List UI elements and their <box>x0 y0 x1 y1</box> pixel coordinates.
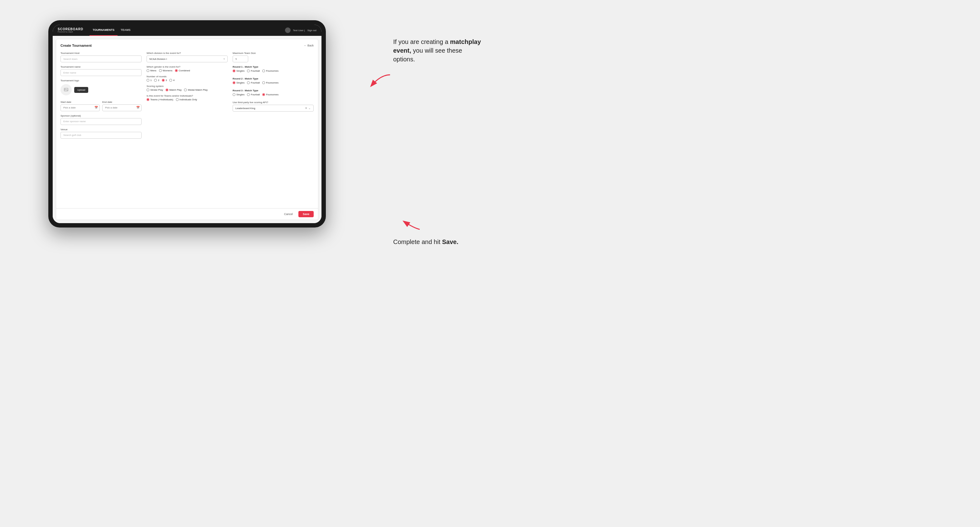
end-date-label: End date <box>102 101 112 103</box>
brand-subtitle: Powered by clippit <box>58 31 83 33</box>
event-teams-radio[interactable] <box>146 98 150 101</box>
scoring-stroke-radio[interactable] <box>146 89 150 91</box>
gender-womens-label: Womens <box>163 69 172 72</box>
form-col-2: Which division is the event for? NCAA Di… <box>146 52 228 139</box>
tournament-logo-group: Tournament logo Upload <box>60 79 142 95</box>
gender-combined[interactable]: Combined <box>175 69 190 72</box>
round2-fourball[interactable]: Fourball <box>247 81 260 84</box>
signout-link[interactable]: Sign out <box>307 29 317 32</box>
round1-singles[interactable]: Singles <box>232 70 245 72</box>
division-label: Which division is the event for? <box>146 52 228 54</box>
tablet-screen: SCOREBOARD Powered by clippit TOURNAMENT… <box>53 25 321 223</box>
event-type-group: Is this event for Teams and/or Individua… <box>146 94 228 101</box>
upload-button[interactable]: Upload <box>74 87 88 93</box>
gender-radio-group: Mens Womens Combined <box>146 69 228 72</box>
scoring-stroke[interactable]: Stroke Play <box>146 89 163 91</box>
round-4[interactable]: 4 <box>169 79 174 82</box>
nav-tournaments[interactable]: TOURNAMENTS <box>89 25 118 36</box>
gender-mens-radio[interactable] <box>146 69 150 72</box>
round1-singles-label: Singles <box>236 70 245 72</box>
gender-womens-radio[interactable] <box>159 69 162 72</box>
sponsor-input[interactable] <box>60 118 142 125</box>
round3-foursomes-radio[interactable] <box>262 93 265 96</box>
scoring-medal[interactable]: Medal Match Play <box>184 89 208 91</box>
rounds-radio-group: 1 2 3 <box>146 79 228 82</box>
gender-combined-radio[interactable] <box>175 69 178 72</box>
third-party-label: Use third-party live scoring API? <box>232 101 314 104</box>
round-3[interactable]: 3 <box>162 79 167 82</box>
scoring-match[interactable]: Match Play <box>165 89 182 91</box>
venue-input[interactable] <box>60 132 142 139</box>
logo-upload-area: Upload <box>60 84 142 95</box>
end-date-input[interactable] <box>102 105 142 111</box>
nav-teams[interactable]: TEAMS <box>118 25 134 36</box>
event-individuals[interactable]: Individuals Only <box>176 98 197 101</box>
round3-fourball[interactable]: Fourball <box>247 93 260 96</box>
round1-fourball[interactable]: Fourball <box>247 70 260 72</box>
gender-combined-label: Combined <box>179 69 190 72</box>
round3-singles[interactable]: Singles <box>232 93 245 96</box>
round3-radio-group: Singles Fourball Foursomes <box>232 93 314 96</box>
start-date-input[interactable] <box>60 105 100 111</box>
nav-right: Test User | Sign out <box>285 27 317 33</box>
round1-fourball-radio[interactable] <box>247 70 250 72</box>
round3-fourball-label: Fourball <box>251 93 260 96</box>
gender-mens[interactable]: Mens <box>146 69 156 72</box>
scoring-match-radio[interactable] <box>165 89 169 91</box>
round1-section: Round 1 - Match Type Singles Fourball <box>232 65 314 72</box>
arrow-2-svg <box>398 212 423 231</box>
form-col-3: Maximum Team Size Round 1 - Match Type S… <box>232 52 314 139</box>
round1-foursomes-radio[interactable] <box>262 70 265 72</box>
venue-group: Venue <box>60 128 142 139</box>
arrow-annotation-1 <box>362 72 393 92</box>
round-1[interactable]: 1 <box>146 79 151 82</box>
scoring-medal-label: Medal Match Play <box>188 89 208 91</box>
annotation-right: If you are creating a matchplay event, y… <box>393 37 484 63</box>
tournament-host-input[interactable] <box>60 56 142 62</box>
round-2-radio[interactable] <box>154 79 157 82</box>
round2-singles-radio[interactable] <box>232 81 235 84</box>
round1-foursomes-label: Foursomes <box>266 70 278 72</box>
third-party-clear[interactable]: ✕ ⌄ <box>305 106 311 110</box>
round3-singles-radio[interactable] <box>232 93 235 96</box>
tournament-name-group: Tournament name <box>60 65 142 76</box>
round-3-radio[interactable] <box>162 79 165 82</box>
round1-fourball-label: Fourball <box>251 70 260 72</box>
round3-foursomes[interactable]: Foursomes <box>262 93 278 96</box>
scoring-stroke-label: Stroke Play <box>150 89 163 91</box>
cancel-button[interactable]: Cancel <box>281 211 296 217</box>
round3-section: Round 3 - Match Type Singles Fourball <box>232 89 314 96</box>
event-teams[interactable]: Teams (+Individuals) <box>146 98 173 101</box>
tournament-name-input[interactable] <box>60 69 142 76</box>
scoring-medal-radio[interactable] <box>184 89 187 91</box>
back-link[interactable]: ← Back <box>304 44 314 47</box>
division-select[interactable]: NCAA Division I <box>146 56 228 62</box>
max-team-size-input[interactable] <box>232 56 248 62</box>
end-date-wrap: 📅 <box>102 104 142 111</box>
event-type-radio-group: Teams (+Individuals) Individuals Only <box>146 98 228 101</box>
round2-singles[interactable]: Singles <box>232 81 245 84</box>
venue-label: Venue <box>60 128 142 131</box>
event-individuals-radio[interactable] <box>176 98 179 101</box>
round2-fourball-radio[interactable] <box>247 81 250 84</box>
round1-foursomes[interactable]: Foursomes <box>262 70 278 72</box>
navbar: SCOREBOARD Powered by clippit TOURNAMENT… <box>53 25 321 36</box>
rounds-group: Number of rounds 1 2 <box>146 75 228 82</box>
event-type-label: Is this event for Teams and/or Individua… <box>146 94 228 97</box>
gender-womens[interactable]: Womens <box>159 69 172 72</box>
arrow-1-svg <box>362 72 393 90</box>
third-party-select[interactable]: Leaderboard King ✕ ⌄ <box>232 105 314 111</box>
round-2[interactable]: 2 <box>154 79 159 82</box>
round2-foursomes-radio[interactable] <box>262 81 265 84</box>
date-row: Start date 📅 End date <box>60 98 142 111</box>
svg-point-1 <box>65 89 66 89</box>
round2-foursomes[interactable]: Foursomes <box>262 81 278 84</box>
round1-singles-radio[interactable] <box>232 70 235 72</box>
round3-fourball-radio[interactable] <box>247 93 250 96</box>
scoring-radio-group: Stroke Play Match Play Medal Match Play <box>146 89 228 91</box>
form-col-1: Tournament Host Tournament name Tourname… <box>60 52 142 139</box>
round-1-radio[interactable] <box>146 79 150 82</box>
save-button[interactable]: Save <box>298 211 314 217</box>
round-4-radio[interactable] <box>169 79 172 82</box>
round2-foursomes-label: Foursomes <box>266 81 278 84</box>
